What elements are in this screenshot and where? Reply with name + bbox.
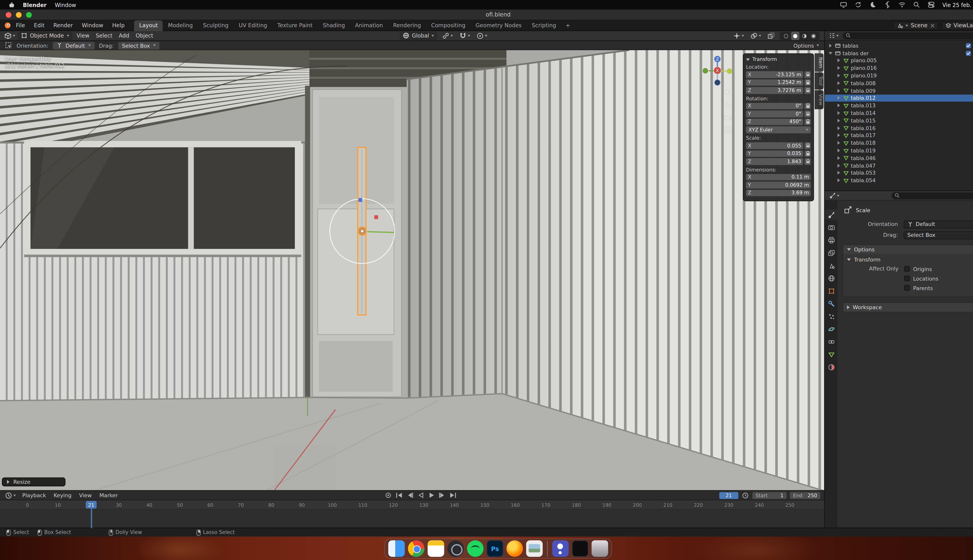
expand-arrow-icon[interactable]: [838, 96, 843, 100]
lock-icon[interactable]: [804, 142, 811, 149]
topbar-menu[interactable]: Render: [49, 20, 77, 31]
preview-image-icon[interactable]: [526, 540, 543, 557]
tab-world[interactable]: [825, 273, 838, 283]
drag-setting-dropdown[interactable]: Select Box: [118, 42, 160, 49]
workspace-tab[interactable]: Sculpting: [198, 20, 234, 31]
outliner-row[interactable]: tabla.015: [825, 117, 973, 125]
outliner-row[interactable]: tabla.018: [825, 139, 973, 147]
auto-keying-toggle[interactable]: [384, 492, 392, 498]
tab-constraints[interactable]: [825, 337, 838, 347]
expand-arrow-icon[interactable]: [838, 81, 843, 85]
number-field[interactable]: Z 3.7276 m: [746, 87, 803, 93]
viewport-menu[interactable]: View: [74, 32, 93, 39]
properties-search-input[interactable]: [891, 192, 973, 199]
outliner-row[interactable]: tabla.053: [825, 169, 973, 177]
checkbox[interactable]: [904, 266, 910, 272]
outliner-row[interactable]: tabla.009: [825, 87, 973, 95]
properties-editor-selector[interactable]: [828, 192, 841, 199]
lock-icon[interactable]: [804, 71, 811, 78]
number-field[interactable]: Y 0°: [746, 110, 803, 117]
shading-mode-button[interactable]: ●: [791, 32, 799, 40]
number-field[interactable]: Y 1.2542 m: [746, 79, 803, 86]
viewport-scene[interactable]: [0, 50, 824, 490]
checkbox[interactable]: [904, 285, 910, 291]
outliner-row[interactable]: tabla.016: [825, 124, 973, 132]
workspace-tab[interactable]: Layout: [134, 20, 163, 31]
expand-arrow-icon[interactable]: [838, 66, 843, 70]
trash-icon[interactable]: [592, 540, 608, 557]
display-icon[interactable]: [840, 2, 847, 8]
viewport-menu[interactable]: Object: [132, 32, 157, 39]
n-panel-tab[interactable]: Tool: [814, 73, 824, 90]
jump-to-start-button[interactable]: [395, 492, 403, 498]
outliner-row[interactable]: tabla.014: [825, 109, 973, 117]
notes-icon[interactable]: [428, 540, 444, 557]
lock-icon[interactable]: [804, 102, 811, 109]
spotify-icon[interactable]: [467, 540, 483, 557]
playhead[interactable]: 21: [86, 501, 97, 508]
expand-arrow-icon[interactable]: [838, 163, 843, 167]
topbar-menu[interactable]: File: [12, 20, 30, 31]
close-window-button[interactable]: [6, 12, 11, 18]
viewport-menu[interactable]: Add: [115, 32, 132, 39]
number-field[interactable]: X -23.125 m: [746, 71, 803, 78]
apple-logo-icon[interactable]: [8, 2, 15, 8]
outliner-row[interactable]: tablas der: [825, 49, 973, 57]
outliner-row[interactable]: tabla.008: [825, 79, 973, 87]
menubar-clock[interactable]: Vie 25 feb. 13:02: [943, 2, 973, 8]
previous-keyframe-button[interactable]: [406, 492, 413, 498]
transform-panel-header[interactable]: Transform: [746, 57, 811, 62]
editor-type-selector[interactable]: [3, 32, 17, 39]
timeline-menu[interactable]: Keying: [50, 492, 75, 498]
expand-arrow-icon[interactable]: [838, 103, 843, 108]
expand-arrow-icon[interactable]: [838, 126, 843, 130]
tab-particles[interactable]: [825, 311, 838, 321]
jump-to-end-button[interactable]: [449, 492, 457, 498]
collection-checkbox[interactable]: [966, 43, 971, 48]
camera-view-icon[interactable]: [724, 113, 732, 122]
orientation-dropdown[interactable]: Default: [904, 220, 973, 228]
viewport-3d[interactable]: User Perspective (21) balcon | tabla.012…: [0, 50, 824, 490]
control-center-icon[interactable]: [928, 2, 935, 8]
expand-arrow-icon[interactable]: [838, 171, 843, 175]
proportional-editing-toggle[interactable]: [475, 32, 489, 39]
frame-start-field[interactable]: Start 1: [752, 492, 787, 499]
outliner-row[interactable]: tablas: [825, 42, 973, 50]
outliner-row[interactable]: tabla.054: [825, 177, 973, 184]
timeline-ruler[interactable]: 0102030405060708090100110120130140150160…: [0, 500, 824, 510]
workspace-tab[interactable]: Geometry Nodes: [471, 20, 527, 31]
checkbox[interactable]: [904, 275, 910, 281]
topbar-menu[interactable]: Edit: [29, 20, 49, 31]
outliner-row[interactable]: tabla.012: [825, 94, 973, 102]
expand-arrow-icon[interactable]: [838, 178, 843, 182]
tab-object[interactable]: [825, 286, 838, 296]
timeline-menu[interactable]: Marker: [95, 492, 122, 498]
drag-dropdown[interactable]: Select Box: [904, 231, 973, 239]
timeline-track-area[interactable]: [0, 510, 824, 528]
transform-subpanel-header[interactable]: Transform: [843, 254, 973, 264]
timeline-menu[interactable]: Playback: [18, 492, 50, 498]
number-field[interactable]: X 0.055: [746, 142, 803, 149]
snap-toggle[interactable]: [458, 32, 472, 39]
navigation-gizmo[interactable]: Z X: [701, 54, 734, 87]
moon-icon[interactable]: [869, 2, 876, 8]
blender-logo-icon[interactable]: [4, 22, 12, 29]
firefox-icon[interactable]: [507, 540, 523, 557]
lock-icon[interactable]: [804, 79, 811, 86]
number-field[interactable]: X 0°: [746, 102, 803, 109]
number-field[interactable]: Y 0.0692 m: [746, 182, 811, 188]
tab-render[interactable]: [825, 222, 838, 232]
transform-orientation-dropdown[interactable]: Global: [400, 32, 437, 40]
next-keyframe-button[interactable]: [438, 492, 446, 498]
lock-icon[interactable]: [804, 118, 811, 125]
teams-icon[interactable]: [552, 540, 569, 557]
play-reverse-button[interactable]: [416, 492, 424, 498]
tab-view-layer[interactable]: [825, 248, 838, 258]
tab-physics[interactable]: [825, 324, 838, 334]
outliner-row[interactable]: tabla.017: [825, 132, 973, 139]
workspace-tab[interactable]: Rendering: [388, 20, 426, 31]
orientation-setting-dropdown[interactable]: Default: [53, 42, 94, 49]
outliner-search-input[interactable]: [843, 32, 973, 39]
timeline-editor-selector[interactable]: [4, 492, 17, 499]
tab-object-data[interactable]: [825, 349, 838, 359]
